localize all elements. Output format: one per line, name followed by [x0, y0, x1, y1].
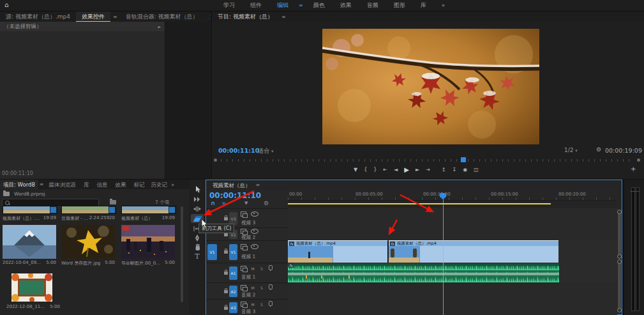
workspace-tab-libraries[interactable]: 库 [413, 0, 434, 11]
project-item-thumb-city[interactable] [121, 225, 175, 259]
step-back-button[interactable]: ◄ [394, 167, 398, 173]
voiceover-mic-icon[interactable] [269, 284, 273, 289]
selection-tool[interactable] [191, 185, 204, 194]
tab-source-monitor[interactable]: 源: 视频素材（总）.mp4 [0, 12, 76, 22]
project-item-thumb-fuji[interactable] [3, 225, 56, 259]
mark-in-button[interactable]: { [364, 167, 367, 173]
project-item-label[interactable]: 2022-10-04_093128.jpg5:00 [3, 260, 56, 265]
project-item-label[interactable]: 2022-12-08_111449...5:00 [6, 304, 60, 309]
workspace-tab-color[interactable]: 颜色 [306, 0, 333, 11]
scrollbar-handle[interactable] [617, 259, 622, 264]
voiceover-mic-icon[interactable] [269, 301, 273, 306]
workspace-tab-editing[interactable]: 编辑 [269, 0, 296, 11]
comparison-view-button[interactable]: ◫ [474, 167, 479, 173]
audio-clip-1[interactable]: fx [288, 263, 559, 282]
mark-out-button[interactable]: } [373, 167, 377, 173]
tab-program-monitor[interactable]: 节目: 视频素材（总） [212, 12, 279, 22]
pen-tool[interactable] [191, 234, 204, 243]
tab-effect-controls[interactable]: 效果控件 [76, 12, 110, 22]
project-scrollbar[interactable] [181, 206, 183, 302]
tab-project[interactable]: 项目: Word8 [0, 180, 38, 189]
source-patch-v1[interactable]: V1 [207, 244, 217, 260]
project-breadcrumb[interactable]: Word8.prproj [14, 191, 45, 197]
video-clip-2[interactable]: fx 视频素材（总）.mp4 [389, 240, 558, 263]
tab-effects[interactable]: 效果 [112, 180, 130, 189]
timeline-video-scrollbar[interactable] [618, 212, 621, 256]
workspace-tab-audio[interactable]: 音频 [359, 0, 386, 11]
step-forward-button[interactable]: ► [416, 167, 419, 173]
lift-button[interactable]: ↥ [442, 167, 446, 173]
go-to-out-button[interactable]: ⇥ [426, 167, 430, 173]
tab-libraries[interactable]: 库 [80, 180, 93, 189]
new-bin-icon[interactable] [110, 200, 116, 204]
sync-lock-icon[interactable] [241, 211, 246, 217]
workspace-tab-assembly[interactable]: 组件 [243, 0, 269, 11]
timeline-timecode[interactable]: 00:00:11:10 [209, 191, 261, 200]
audio-track-3-lane[interactable] [288, 299, 617, 315]
scrub-handle-left[interactable] [214, 158, 217, 162]
track-select-forward-tool[interactable] [191, 195, 204, 204]
play-button[interactable]: ▶ [404, 166, 409, 173]
track-visibility-eye-icon[interactable] [251, 244, 258, 249]
lock-icon[interactable] [224, 307, 228, 310]
lock-icon[interactable] [224, 250, 228, 254]
program-scrub-bar[interactable] [221, 159, 634, 162]
mute-button[interactable]: M [250, 284, 256, 291]
snap-icon[interactable]: ∩ [211, 200, 215, 206]
linked-selection-icon[interactable]: ∞ [221, 200, 227, 206]
scrollbar-handle[interactable] [617, 210, 622, 214]
video-track-2-lane[interactable] [288, 227, 617, 241]
workspace-tab-learn[interactable]: 学习 [216, 0, 243, 11]
add-marker-button[interactable]: ▼ [354, 167, 357, 173]
workspace-tab-effects[interactable]: 效果 [333, 0, 359, 11]
timeline-marker-icon[interactable]: ▼ [244, 201, 248, 206]
expand-icon[interactable]: ► [158, 24, 161, 29]
tab-media-browser[interactable]: 媒体浏览器 [45, 180, 80, 189]
solo-button[interactable]: S [258, 284, 265, 291]
project-item-label[interactable]: 音频素材 - 196...2:24:25920 [61, 215, 115, 222]
hand-tool[interactable] [191, 243, 204, 252]
mute-button[interactable]: M [250, 265, 256, 272]
video-clip-1[interactable]: fx 视频素材（总）.mp4 [288, 240, 388, 263]
button-editor-add-button[interactable]: + [631, 165, 636, 173]
project-item-thumb-leaf[interactable] [61, 225, 115, 259]
project-tabs-overflow-icon[interactable]: » [170, 180, 176, 189]
track-select-v1[interactable]: V1 [229, 244, 237, 260]
timeline-audio-scrollbar[interactable] [618, 262, 621, 309]
playhead-line[interactable] [443, 199, 444, 315]
ripple-edit-tool[interactable] [191, 204, 204, 213]
workspace-menu-icon[interactable]: ≡ [296, 3, 306, 8]
timeline-ruler[interactable]: 00:00 00:00:05:00 00:00:10:00 00:00:15:0… [288, 190, 617, 201]
tab-audio-track-mixer[interactable]: 音轨混合器: 视频素材（总） [120, 12, 204, 22]
tab-info[interactable]: 信息 [93, 180, 112, 189]
voiceover-mic-icon[interactable] [269, 265, 273, 270]
project-item-thumb[interactable] [3, 206, 57, 214]
sync-lock-icon[interactable] [241, 244, 246, 249]
timeline-settings-wrench-icon[interactable]: ⚙ [264, 200, 269, 206]
program-panel-menu-icon[interactable]: ≡ [279, 14, 288, 20]
project-item-thumb-chalkboard[interactable] [11, 273, 52, 302]
sync-lock-icon[interactable] [241, 266, 246, 271]
track-select-v3[interactable]: V3 [229, 212, 237, 225]
project-item-thumb[interactable] [61, 206, 116, 214]
program-settings-wrench-icon[interactable]: ⚙ [596, 146, 601, 153]
video-track-3-lane[interactable] [288, 208, 617, 228]
sync-lock-icon[interactable] [241, 229, 246, 234]
lock-icon[interactable] [224, 217, 228, 220]
sync-lock-icon[interactable] [241, 285, 246, 290]
extract-button[interactable]: ↧ [452, 167, 456, 173]
lock-icon[interactable] [224, 290, 228, 293]
audio-track-2-lane[interactable] [288, 282, 617, 300]
lock-icon[interactable] [224, 272, 228, 275]
tab-metadata[interactable]: 元数据 [204, 12, 211, 22]
scrub-handle-right[interactable] [637, 158, 640, 162]
track-visibility-eye-icon[interactable] [251, 229, 258, 234]
timeline-panel-menu-icon[interactable]: ≡ [253, 182, 263, 188]
tab-sequence[interactable]: 视频素材（总） [206, 180, 253, 190]
workspace-tab-graphics[interactable]: 图形 [386, 0, 413, 11]
lock-icon[interactable] [224, 233, 228, 236]
project-panel-menu-icon[interactable]: ≡ [38, 181, 45, 187]
sync-lock-icon[interactable] [241, 302, 246, 307]
workspace-overflow-icon[interactable]: » [434, 0, 453, 11]
track-visibility-eye-icon[interactable] [251, 211, 258, 217]
